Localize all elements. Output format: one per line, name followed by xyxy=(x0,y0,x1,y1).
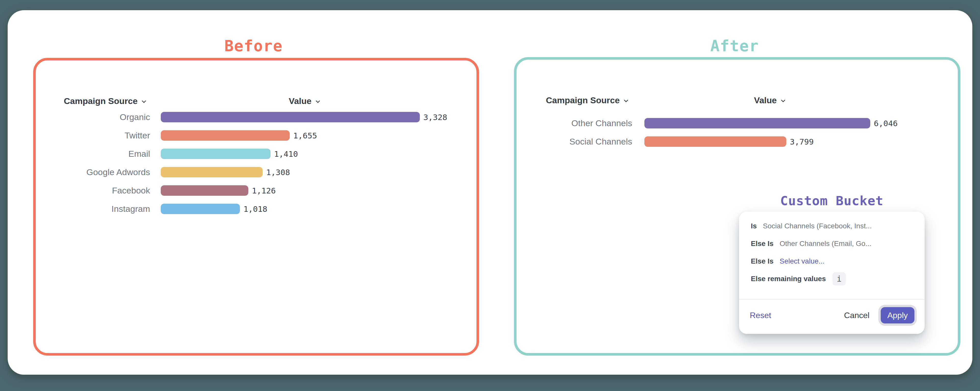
bar-category-label: Other Channels xyxy=(517,118,632,128)
chevron-down-icon xyxy=(141,98,147,105)
bar-row: Organic3,328 xyxy=(36,112,476,122)
bucket-rule-row: IsSocial Channels (Facebook, Inst... xyxy=(751,217,917,235)
after-value-column-header[interactable]: Value xyxy=(754,95,787,105)
before-value-column-header[interactable]: Value xyxy=(289,96,321,106)
rule-value-label: Other Channels (Email, Go... xyxy=(780,240,871,248)
info-icon[interactable]: i xyxy=(832,272,846,285)
before-source-header-label: Campaign Source xyxy=(64,96,138,106)
bar[interactable] xyxy=(161,167,262,177)
bar[interactable] xyxy=(161,204,240,214)
bar-category-label: Email xyxy=(36,149,150,159)
rule-condition-label: Else Is xyxy=(751,240,773,248)
bar-category-label: Google Adwords xyxy=(36,167,150,177)
chevron-down-icon xyxy=(314,98,321,105)
bucket-rules-list: IsSocial Channels (Facebook, Inst...Else… xyxy=(751,217,917,288)
bar-row: Instagram1,018 xyxy=(36,204,476,214)
reset-button[interactable]: Reset xyxy=(750,311,771,320)
bar-value-label: 1,126 xyxy=(252,186,275,195)
bar-value-label: 3,328 xyxy=(423,112,447,122)
bar-value-label: 1,018 xyxy=(243,204,267,214)
bar-value-label: 6,046 xyxy=(874,119,897,128)
before-panel: Campaign Source Value Organic3,328Twitte… xyxy=(33,58,479,356)
bar-value-label: 1,410 xyxy=(274,149,298,158)
chevron-down-icon xyxy=(623,98,629,104)
bar-row: Twitter1,655 xyxy=(36,130,476,141)
before-title: Before xyxy=(33,37,474,55)
bar[interactable] xyxy=(161,149,270,159)
bar-category-label: Twitter xyxy=(36,130,150,141)
bar-value-label: 1,308 xyxy=(266,168,290,177)
after-source-column-header[interactable]: Campaign Source xyxy=(546,95,629,105)
bar-value-label: 1,655 xyxy=(293,131,317,140)
main-card: Before After Campaign Source Value Organ… xyxy=(8,10,972,375)
page-background: Before After Campaign Source Value Organ… xyxy=(0,0,980,391)
bucket-rule-row: Else IsOther Channels (Email, Go... xyxy=(751,235,917,252)
rule-condition-label: Is xyxy=(751,222,757,230)
bar-row: Facebook1,126 xyxy=(36,185,476,196)
rule-value-label: Social Channels (Facebook, Inst... xyxy=(763,222,872,230)
rule-condition-label: Else remaining values xyxy=(751,275,826,283)
rule-condition-label: Else Is xyxy=(751,257,773,265)
bar-row: Google Adwords1,308 xyxy=(36,167,476,177)
bar[interactable] xyxy=(644,118,870,128)
bar-row: Social Channels3,799 xyxy=(517,136,958,147)
custom-bucket-title: Custom Bucket xyxy=(739,193,924,209)
bar-value-label: 3,799 xyxy=(790,137,814,146)
after-title: After xyxy=(514,37,955,55)
bar[interactable] xyxy=(644,136,786,147)
apply-button[interactable]: Apply xyxy=(881,307,915,323)
bar-row: Other Channels6,046 xyxy=(517,118,958,128)
cancel-button[interactable]: Cancel xyxy=(844,311,870,320)
bucket-rule-row: Else IsSelect value... xyxy=(751,252,917,270)
select-value-link[interactable]: Select value... xyxy=(780,257,824,265)
popup-footer: Reset Cancel Apply xyxy=(750,306,915,324)
bucket-rule-row: Else remaining valuesi xyxy=(751,270,917,288)
bar[interactable] xyxy=(161,130,290,141)
bar[interactable] xyxy=(161,112,420,122)
chevron-down-icon xyxy=(780,98,786,104)
custom-bucket-popup: IsSocial Channels (Facebook, Inst...Else… xyxy=(739,212,924,334)
bar[interactable] xyxy=(161,185,248,196)
bar-category-label: Organic xyxy=(36,112,150,122)
bar-row: Email1,410 xyxy=(36,149,476,159)
after-value-header-label: Value xyxy=(754,95,777,105)
before-source-column-header[interactable]: Campaign Source xyxy=(64,96,147,106)
before-value-header-label: Value xyxy=(289,96,312,106)
before-bar-chart: Organic3,328Twitter1,655Email1,410Google… xyxy=(36,112,476,222)
after-source-header-label: Campaign Source xyxy=(546,95,620,105)
popup-divider xyxy=(739,299,924,300)
bar-category-label: Instagram xyxy=(36,204,150,214)
bar-category-label: Social Channels xyxy=(517,137,632,147)
bar-category-label: Facebook xyxy=(36,185,150,195)
after-bar-chart: Other Channels6,046Social Channels3,799 xyxy=(517,118,958,155)
